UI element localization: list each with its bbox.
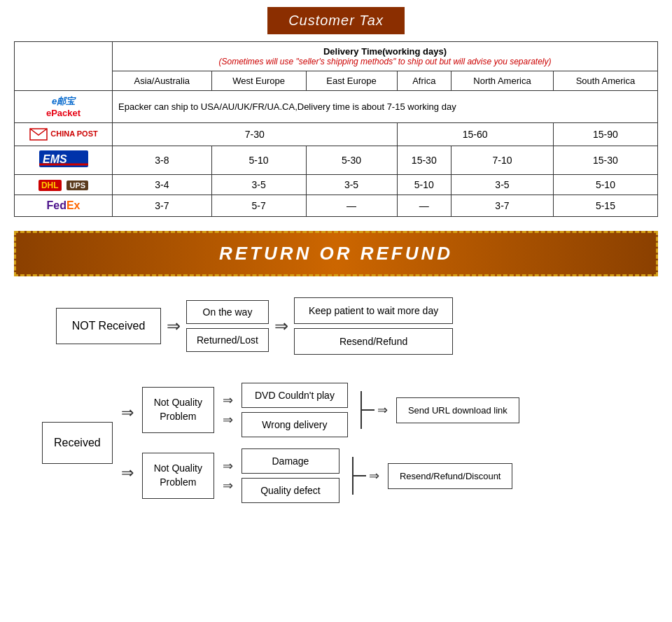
delivery-note: (Sometimes will use "seller's shipping m… xyxy=(118,57,652,66)
delivery-time-header: Delivery Time(working days) xyxy=(118,46,652,57)
send-url-box: Send URL download link xyxy=(396,397,519,423)
on-the-way-box: On the way xyxy=(186,300,269,324)
ups-logo: UPS xyxy=(66,181,88,190)
fedex-logo: FedEx xyxy=(46,199,80,211)
dvd-box: DVD Couldn't play xyxy=(241,383,348,408)
received-box: Received xyxy=(42,422,113,464)
arrow-to-resend: ⇒ xyxy=(369,468,379,483)
status-options: On the way Returned/Lost xyxy=(186,300,269,352)
refund-banner: RETURN OR REFUND xyxy=(14,231,658,276)
resend-refund-box: Resend/Refund xyxy=(294,328,453,355)
nqp-bottom-box: Not QualityProblem xyxy=(142,453,214,498)
outcome-options: Keep patient to wait more day Resend/Ref… xyxy=(294,297,453,355)
chinapost-logo: CHINA POST xyxy=(20,127,106,141)
nqp-top-items: DVD Couldn't play Wrong delivery xyxy=(241,383,348,437)
col-west-europe: West Europe xyxy=(211,71,306,91)
keep-patient-box: Keep patient to wait more day xyxy=(294,297,453,324)
col-east-europe: East Europe xyxy=(306,71,397,91)
double-arrows: ⇒ ⇒ xyxy=(121,404,134,482)
col-south-america: South America xyxy=(553,71,657,91)
returned-lost-box: Returned/Lost xyxy=(186,328,269,352)
bottom-branch: Not QualityProblem ⇒ ⇒ Damage Quality de… xyxy=(142,448,519,503)
arrow-top: ⇒ xyxy=(121,404,134,422)
dhl-logo: DHL xyxy=(38,180,62,191)
wrong-delivery-box: Wrong delivery xyxy=(241,412,348,437)
refund-banner-text: RETURN OR REFUND xyxy=(219,243,453,264)
epacket-logo: e邮宝ePacket xyxy=(20,95,106,118)
table-row: DHL UPS 3-4 3-5 3-5 5-10 3-5 5-10 xyxy=(15,175,658,195)
nqp-bottom-arrows: ⇒ ⇒ xyxy=(223,458,233,493)
table-row: EMS 3-8 5-10 5-30 15-30 7-10 15-30 xyxy=(15,146,658,175)
h-line-top xyxy=(362,409,374,411)
top-branch: Not QualityProblem ⇒ ⇒ DVD Couldn't play… xyxy=(142,383,519,437)
arrow-1: ⇒ xyxy=(167,316,181,336)
customer-tax-title: Customer Tax xyxy=(267,7,405,34)
table-row: FedEx 3-7 5-7 — — 3-7 5-15 xyxy=(15,195,658,217)
damage-box: Damage xyxy=(241,448,340,474)
col-north-america: North America xyxy=(451,71,554,91)
arrow-to-url: ⇒ xyxy=(377,402,388,418)
bottom-connector: ⇒ xyxy=(348,457,382,495)
shipping-table: Delivery Time(working days) (Sometimes w… xyxy=(14,41,658,217)
arrow-2: ⇒ xyxy=(274,316,288,336)
nqp-top-box: Not QualityProblem xyxy=(142,387,214,432)
ems-logo: EMS xyxy=(20,150,106,170)
nqp-branches: Not QualityProblem ⇒ ⇒ DVD Couldn't play… xyxy=(142,383,519,503)
epacket-info: Epacker can ship to USA/AU/UK/FR/UA.CA,D… xyxy=(113,91,658,123)
nqp-bottom-items: Damage Quality defect xyxy=(241,448,340,503)
col-asia: Asia/Australia xyxy=(113,71,212,91)
col-africa: Africa xyxy=(397,71,451,91)
nqp-top-arrows: ⇒ ⇒ xyxy=(223,393,233,427)
top-connector: ⇒ xyxy=(356,391,391,429)
h-line-bottom xyxy=(354,475,366,476)
svg-text:EMS: EMS xyxy=(43,153,67,165)
quality-defect-box: Quality defect xyxy=(241,478,340,503)
table-row: CHINA POST 7-30 15-60 15-90 xyxy=(15,123,658,146)
resend-refund-discount-box: Resend/Refund/Discount xyxy=(388,463,513,489)
table-row: e邮宝ePacket Epacker can ship to USA/AU/UK… xyxy=(15,91,658,123)
arrow-bottom: ⇒ xyxy=(121,464,134,482)
not-received-box: NOT Received xyxy=(56,308,161,344)
